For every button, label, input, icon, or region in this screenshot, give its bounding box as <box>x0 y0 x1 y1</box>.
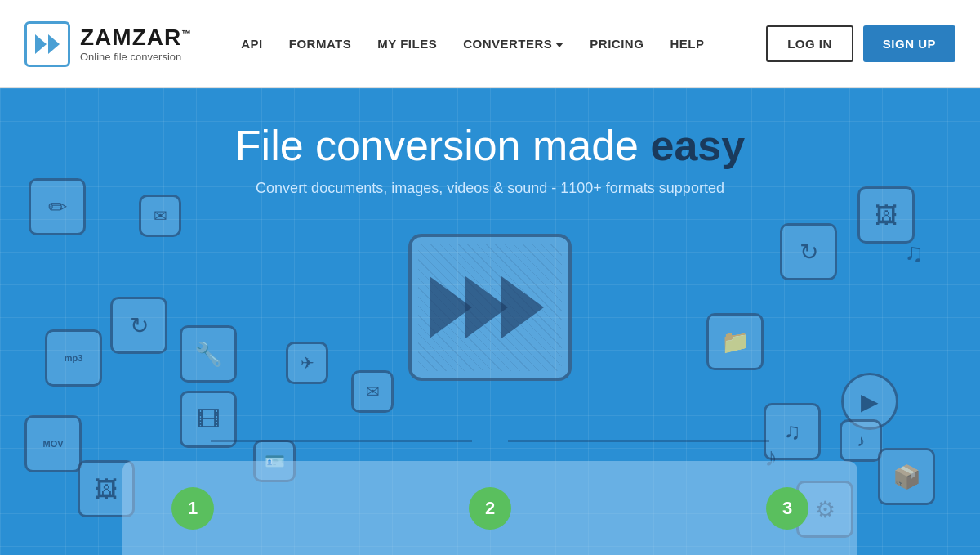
float-folder-icon: 📁 <box>706 313 764 370</box>
site-header: ZAMZAR™ Online file conversion API FORMA… <box>0 0 980 88</box>
hero-title: File conversion made easy <box>0 121 980 170</box>
play-box <box>408 234 572 381</box>
play-triangles <box>436 276 544 338</box>
nav-converters[interactable]: CONVERTERS <box>463 37 564 51</box>
login-button[interactable]: LOG IN <box>766 25 853 62</box>
center-play-icon <box>408 234 572 381</box>
float-archive-icon: 📦 <box>878 448 935 505</box>
float-music-icon: ♫ <box>764 403 821 460</box>
chevron-icon-1 <box>35 34 47 54</box>
float-music4-icon: ♫ <box>893 231 935 274</box>
step-1-circle: 1 <box>172 487 214 530</box>
float-music2-icon: ♪ <box>840 419 882 462</box>
nav-api[interactable]: API <box>241 37 263 51</box>
step-2: 2 <box>469 487 511 530</box>
logo-area[interactable]: ZAMZAR™ Online file conversion <box>24 21 192 67</box>
triangle-3 <box>501 276 544 338</box>
float-email-icon: ✉ <box>139 195 181 237</box>
hero-section: ✏ ↻ 🔧 ✈ ✉ 🎞 🪪 mp3 MOV 🖼 ✉ 🖼 ↻ 📁 ▶ ♫ ♪ 📦 … <box>0 88 980 555</box>
hero-content: File conversion made easy Convert docume… <box>0 88 980 197</box>
signup-button[interactable]: SIGN UP <box>863 25 956 62</box>
float-mov-icon: MOV <box>24 415 82 472</box>
chevron-icon-2 <box>48 34 60 54</box>
logo-text: ZAMZAR™ Online file conversion <box>80 25 192 63</box>
nav-my-files[interactable]: MY FILES <box>377 37 437 51</box>
logo-subtitle: Online file conversion <box>80 51 192 63</box>
logo-name: ZAMZAR™ <box>80 25 192 51</box>
nav-pricing[interactable]: PRICING <box>590 37 644 51</box>
step-2-circle: 2 <box>469 487 511 530</box>
step-3: 3 <box>766 487 808 530</box>
float-play-icon: ▶ <box>841 373 898 430</box>
float-wrench-icon: 🔧 <box>180 325 237 383</box>
float-refresh-icon: ↻ <box>110 297 167 354</box>
float-envelope-icon: ✉ <box>351 370 394 413</box>
step-1: 1 <box>172 487 214 530</box>
float-refresh2-icon: ↻ <box>780 223 837 280</box>
float-mp3-icon: mp3 <box>45 329 102 387</box>
step-line-2 <box>508 440 769 442</box>
logo-icon <box>24 21 70 67</box>
header-buttons: LOG IN SIGN UP <box>766 25 956 62</box>
float-plane-icon: ✈ <box>286 342 328 384</box>
main-nav: API FORMATS MY FILES CONVERTERS PRICING … <box>241 37 766 51</box>
nav-formats[interactable]: FORMATS <box>289 37 352 51</box>
nav-help[interactable]: HELP <box>670 37 704 51</box>
converters-dropdown-arrow <box>555 43 564 47</box>
steps-bar: 1 2 3 <box>122 461 858 555</box>
hero-subtitle: Convert documents, images, videos & soun… <box>0 180 980 197</box>
step-line-1 <box>211 440 472 442</box>
step-3-circle: 3 <box>766 487 808 530</box>
